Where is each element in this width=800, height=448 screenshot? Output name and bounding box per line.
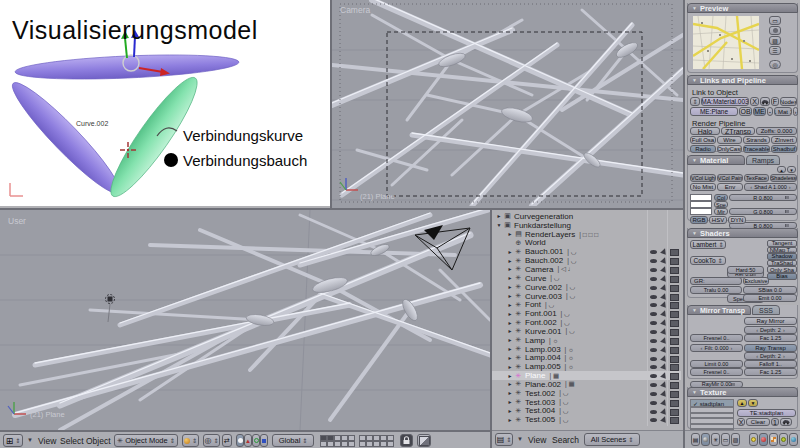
hard-slider[interactable]: Hard:50 <box>727 266 764 274</box>
expander-icon[interactable]: ► <box>506 231 514 237</box>
outliner-row[interactable]: ► ✳ Lamp | ☼ <box>492 336 681 345</box>
texture-slot[interactable]: ✓ stadtplan <box>690 399 734 407</box>
preview-refresh-button[interactable]: ◎ <box>769 60 781 69</box>
render-preview-button[interactable] <box>417 434 431 447</box>
material-unlink-button[interactable]: X <box>750 97 759 106</box>
visibility-eye-icon[interactable] <box>650 339 657 343</box>
mirror-depth-field[interactable]: Depth: 2 <box>744 326 797 334</box>
shader-toggle-button[interactable]: NMap T... <box>767 247 797 254</box>
selectable-cursor-icon[interactable] <box>660 265 668 273</box>
emit-field[interactable]: Emit 0.00 <box>743 294 797 302</box>
diffuse-color-swatch[interactable] <box>690 194 712 201</box>
halo-button[interactable]: Halo <box>690 127 720 135</box>
world-subcontext-button[interactable] <box>789 433 798 446</box>
menu-search[interactable]: Search <box>552 435 579 445</box>
object-name[interactable]: Plane <box>525 371 545 380</box>
outliner-row[interactable]: ► ✳ Camera | ◁ ♩ <box>492 265 681 274</box>
visibility-eye-icon[interactable] <box>650 303 657 307</box>
object-name[interactable]: Lamp.004 <box>525 353 561 362</box>
outliner-row[interactable]: ► ▤ RenderLayers | □ □ □ <box>492 230 681 239</box>
sss-tab[interactable]: SSS <box>752 305 780 315</box>
outliner-row[interactable]: ► ✳ Lamp.004 | ☼ <box>492 354 681 363</box>
texture-panel-header[interactable]: Texture <box>687 387 798 397</box>
object-name[interactable]: RenderLayers <box>525 230 575 239</box>
expander-icon[interactable]: ► <box>506 390 514 396</box>
lamp-subcontext-button[interactable] <box>749 433 758 446</box>
strands-button[interactable]: Strands <box>743 136 770 144</box>
selectable-cursor-icon[interactable] <box>660 345 668 353</box>
object-name[interactable]: Curve.003 <box>525 292 562 301</box>
texture-unlink-button[interactable]: X <box>737 418 745 426</box>
selectable-cursor-icon[interactable] <box>660 371 668 379</box>
expander-icon[interactable]: ► <box>506 275 514 281</box>
layer-toggle[interactable] <box>387 441 394 447</box>
orientation-dropdown[interactable]: Global ⇕ <box>272 434 314 447</box>
shader-toggle-button[interactable]: Bias <box>767 273 797 280</box>
outliner-row[interactable]: ► ✳ Curve.003 | ◡ <box>492 292 681 301</box>
scenes-dropdown[interactable]: All Scenes ⇕ <box>584 433 640 446</box>
mirror-fresnel-slider[interactable]: Fresnel 0.. <box>690 334 743 342</box>
object-name[interactable]: Curve <box>525 274 546 283</box>
mat-prev-button[interactable]: - <box>767 107 773 116</box>
outliner-row[interactable]: ► ▣ Curvegeneration <box>492 212 681 221</box>
visibility-eye-icon[interactable] <box>650 392 657 396</box>
object-name[interactable]: Lamp.003 <box>525 345 561 354</box>
shadeless-button[interactable]: Shadeless <box>770 174 797 182</box>
shader-toggle-button[interactable]: Shadow <box>767 253 797 260</box>
outliner-row[interactable]: ► ✳ Kurve.001 | ◡ <box>492 327 681 336</box>
expander-icon[interactable]: ► <box>506 266 514 272</box>
selectable-cursor-icon[interactable] <box>660 309 668 317</box>
menu-object[interactable]: Object <box>86 436 111 446</box>
link-me-button[interactable]: ME <box>753 107 766 116</box>
texture-name-field[interactable]: TE:stadtplan <box>737 409 796 417</box>
expander-icon[interactable]: ► <box>506 364 514 370</box>
object-name[interactable]: Lamp.005 <box>525 362 561 371</box>
visibility-eye-icon[interactable] <box>650 286 657 290</box>
selectable-cursor-icon[interactable] <box>660 283 668 291</box>
limit-field[interactable]: Limit 0.00 <box>690 360 743 368</box>
visibility-eye-icon[interactable] <box>650 250 657 254</box>
sbias-field[interactable]: SBias 0.0 <box>743 286 797 294</box>
links-panel-header[interactable]: Links and Pipeline <box>687 75 798 85</box>
slot-up-button[interactable]: ▲ <box>737 399 747 407</box>
selectable-cursor-icon[interactable] <box>660 274 668 282</box>
shader-toggle-button[interactable]: Only Sha <box>767 266 797 273</box>
manipulator-combo-button[interactable] <box>260 434 268 447</box>
outliner-row[interactable]: ⊕ World <box>492 239 681 248</box>
layer-toggle[interactable] <box>341 441 348 447</box>
snap-button[interactable]: ⇄ <box>222 434 232 447</box>
preview-panel-header[interactable]: Preview <box>687 3 798 13</box>
selectable-cursor-icon[interactable] <box>660 292 668 300</box>
spe-button[interactable]: Spe <box>714 201 728 208</box>
outliner-row[interactable]: ► ✳ Test.004 | ◡ <box>492 407 681 416</box>
manipulator-translate-button[interactable] <box>236 434 244 447</box>
gr-field[interactable]: GR: <box>690 277 742 285</box>
object-name[interactable]: Bauch.001 <box>525 247 563 256</box>
header-collapse-icon[interactable]: ▼ <box>27 437 33 443</box>
mat-next-button[interactable]: › <box>793 107 798 116</box>
outliner-row[interactable]: ► ✳ Curve.002 | ◡ <box>492 283 681 292</box>
expander-icon[interactable]: ► <box>506 408 514 414</box>
radio-button[interactable]: Radio <box>690 145 716 153</box>
expander-icon[interactable]: ► <box>506 355 514 361</box>
object-name[interactable]: Plane.002 <box>525 380 561 389</box>
material-panel-header[interactable]: Material <box>687 155 745 165</box>
visibility-eye-icon[interactable] <box>650 268 657 272</box>
tralu-field[interactable]: Tralu 0.00 <box>690 286 742 294</box>
object-name[interactable]: Font.001 <box>525 309 557 318</box>
object-name[interactable]: Test.002 <box>525 389 555 398</box>
panels-icon-button[interactable]: ▤ <box>691 433 700 446</box>
visibility-eye-icon[interactable] <box>650 321 657 325</box>
col-button[interactable]: Col <box>714 194 728 201</box>
layer-toggle[interactable] <box>373 441 380 447</box>
transp-depth-field[interactable]: Depth: 2 <box>744 352 797 360</box>
no-mist-button[interactable]: No Mist <box>690 183 716 191</box>
expander-icon[interactable]: ► <box>495 213 503 219</box>
filt-field[interactable]: Filt: 0.000 <box>690 344 743 352</box>
rgb-button[interactable]: RGB <box>690 216 708 224</box>
env-button[interactable]: Env <box>717 183 743 191</box>
header-collapse-icon[interactable]: ▼ <box>517 436 523 442</box>
menu-view[interactable]: View <box>38 436 56 446</box>
visibility-eye-icon[interactable] <box>650 348 657 352</box>
outliner-row[interactable]: ► ✳ Test.003 | ◡ <box>492 398 681 407</box>
